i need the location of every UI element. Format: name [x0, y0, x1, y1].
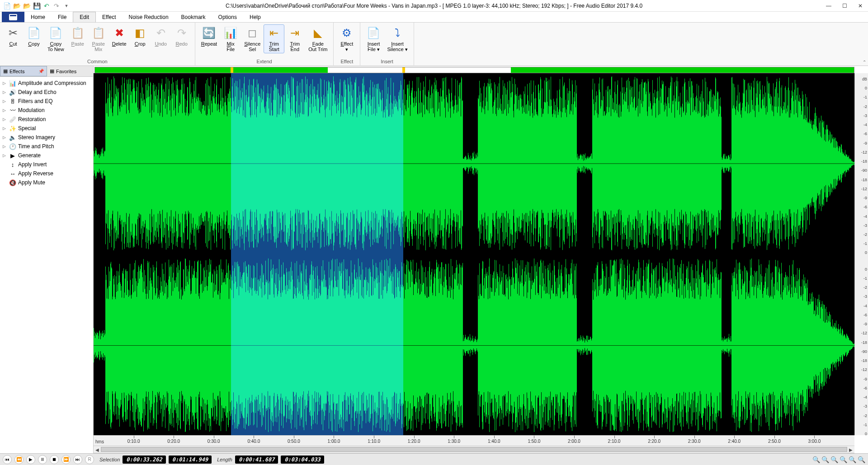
- zoom-in-v-icon[interactable]: 🔍: [848, 456, 856, 464]
- copy-button[interactable]: 📄Copy: [24, 24, 44, 48]
- zoom-out-h-icon[interactable]: 🔍: [821, 456, 829, 464]
- copy-to-new-label: CopyTo New: [47, 41, 64, 52]
- tree-item-restoration[interactable]: ▷🩹Restoration: [0, 115, 93, 124]
- insert-file-button[interactable]: 📄InsertFile ▾: [363, 24, 384, 53]
- zoom-out-v-icon[interactable]: 🔍: [857, 456, 865, 464]
- waveform-channel-left[interactable]: [94, 73, 854, 254]
- trim-start-button[interactable]: ⇤TrimStart: [264, 24, 284, 53]
- tree-item-apply-reverse[interactable]: ↔Apply Reverse: [0, 169, 93, 178]
- file-menu-button[interactable]: [2, 12, 24, 22]
- delete-label: Delete: [112, 41, 127, 47]
- minimize-button[interactable]: —: [826, 3, 831, 9]
- scroll-left-icon[interactable]: ◀: [94, 446, 101, 453]
- qat-new-icon[interactable]: 📄: [3, 2, 11, 10]
- cut-button[interactable]: ✂Cut: [3, 24, 24, 48]
- transport-play-button[interactable]: ▶: [26, 455, 35, 464]
- insert-silence-button[interactable]: ⤵InsertSilence ▾: [384, 24, 410, 53]
- tree-item-time-and-pitch[interactable]: ▷🕐Time and Pitch: [0, 142, 93, 151]
- qat-undo-icon[interactable]: ↶: [42, 2, 51, 10]
- waveform-channel-right[interactable]: [94, 255, 854, 436]
- qat-redo-icon[interactable]: ↷: [52, 2, 61, 10]
- transport-forward-end-button[interactable]: ⏭: [73, 455, 82, 464]
- selection-region[interactable]: [231, 73, 403, 435]
- ribbon: ✂Cut📄Copy📄CopyTo New📋Paste📋PasteMix✖Dele…: [0, 23, 868, 66]
- paste-mix-icon: 📋: [91, 26, 106, 40]
- undo-button: ↶Undo: [151, 24, 171, 48]
- scrollbar-thumb[interactable]: [101, 447, 847, 452]
- delete-button[interactable]: ✖Delete: [109, 24, 130, 48]
- effects-tree[interactable]: ▷📊Amplitude and Compression▷🔊Delay and E…: [0, 77, 93, 453]
- paste-icon: 📋: [71, 26, 85, 40]
- mix-file-button[interactable]: 📊MixFile: [220, 24, 241, 53]
- repeat-button[interactable]: 🔄Repeat: [198, 24, 220, 48]
- tree-item-generate[interactable]: ▷▶Generate: [0, 151, 93, 160]
- transport-forward-button[interactable]: ⏩: [61, 455, 71, 464]
- ribbon-group-extend: Extend: [195, 59, 334, 66]
- zoom-selection-icon[interactable]: 🔍: [839, 456, 847, 464]
- sidebar-tab-effects[interactable]: ▦Effects📌: [0, 66, 47, 76]
- zoom-fit-icon[interactable]: 🔍: [830, 456, 838, 464]
- sidebar-tab-favorites[interactable]: ▦Favorites: [47, 66, 93, 76]
- cut-label: Cut: [9, 41, 17, 47]
- ribbon-collapse-icon[interactable]: ⌃: [863, 60, 866, 65]
- qat-open-icon[interactable]: 📂: [13, 2, 21, 10]
- total-time: 0:03:04.033: [281, 456, 324, 464]
- tree-item-modulation[interactable]: ▷〰Modulation: [0, 106, 93, 115]
- insert-file-label: InsertFile ▾: [368, 41, 380, 52]
- tree-item-filters-and-eq[interactable]: ▷🎚Filters and EQ: [0, 97, 93, 106]
- close-button[interactable]: ✕: [858, 3, 863, 9]
- undo-icon: ↶: [154, 26, 168, 40]
- time-ruler[interactable]: hms 0:10.00:20.00:30.00:40.00:50.01:00.0…: [94, 435, 854, 446]
- menu-bar: HomeFileEditEffectNoise ReductionBookmar…: [0, 12, 868, 23]
- fade-out-trim-button[interactable]: ◣FadeOut Trim: [305, 24, 330, 53]
- transport-record-button[interactable]: R: [85, 455, 94, 464]
- selection-start-time: 0:00:33.262: [123, 456, 165, 464]
- transport-rewind-start-button[interactable]: ⏮: [3, 455, 12, 464]
- tree-item-amplitude-and-compression[interactable]: ▷📊Amplitude and Compression: [0, 79, 93, 88]
- ribbon-group-insert: Insert: [360, 59, 413, 66]
- transport-stop-button[interactable]: ⏹: [50, 455, 59, 464]
- menu-item-bookmark[interactable]: Bookmark: [175, 12, 212, 22]
- qat-dropdown-icon[interactable]: ▼: [62, 2, 71, 10]
- menu-item-home[interactable]: Home: [24, 12, 52, 22]
- tree-item-special[interactable]: ▷✨Special: [0, 124, 93, 133]
- horizontal-scrollbar[interactable]: ◀ ▶: [94, 446, 854, 453]
- db-scale: dB0-1-2-3-4-6-9-12-18-90-18-12-9-6-4-3-2…: [854, 73, 868, 435]
- overview-bar[interactable]: [94, 67, 854, 73]
- silence-sel-button[interactable]: ◻SilenceSel: [241, 24, 264, 53]
- qat-save-icon[interactable]: 💾: [33, 2, 41, 10]
- tree-item-stereo-imagery[interactable]: ▷🔈Stereo Imagery: [0, 133, 93, 142]
- status-bar: ⏮ ⏪ ▶ ⏸ ⏹ ⏩ ⏭ R Selection 0:00:33.262 0:…: [0, 453, 868, 465]
- mix-file-label: MixFile: [226, 41, 235, 52]
- trim-end-button[interactable]: ⇥TrimEnd: [284, 24, 305, 53]
- effects-sidebar: ▦Effects📌▦Favorites ▷📊Amplitude and Comp…: [0, 66, 94, 453]
- tree-item-apply-mute[interactable]: 🔇Apply Mute: [0, 178, 93, 187]
- paste-mix-button: 📋PasteMix: [88, 24, 109, 53]
- svg-rect-1: [10, 15, 16, 16]
- tree-item-apply-invert[interactable]: ↕Apply Invert: [0, 160, 93, 169]
- trim-end-icon: ⇥: [288, 26, 302, 40]
- effect-icon: ⚙: [340, 26, 354, 40]
- fade-out-trim-icon: ◣: [311, 26, 325, 40]
- menu-item-effect[interactable]: Effect: [96, 12, 122, 22]
- transport-rewind-button[interactable]: ⏪: [14, 455, 24, 464]
- effect-button[interactable]: ⚙Effect▾: [336, 24, 357, 53]
- menu-item-options[interactable]: Options: [212, 12, 243, 22]
- paste-button: 📋Paste: [67, 24, 88, 48]
- copy-to-new-icon: 📄: [48, 26, 63, 40]
- tree-item-delay-and-echo[interactable]: ▷🔊Delay and Echo: [0, 88, 93, 97]
- crop-button[interactable]: ◧Crop: [130, 24, 151, 48]
- copy-label: Copy: [28, 41, 40, 47]
- qat-open2-icon[interactable]: 📂: [23, 2, 31, 10]
- trim-start-icon: ⇤: [267, 26, 281, 40]
- maximize-button[interactable]: ☐: [842, 3, 847, 9]
- menu-item-help[interactable]: Help: [243, 12, 267, 22]
- menu-item-edit[interactable]: Edit: [73, 12, 96, 22]
- length-label: Length: [217, 457, 232, 462]
- scroll-right-icon[interactable]: ▶: [847, 446, 854, 453]
- transport-pause-button[interactable]: ⏸: [38, 455, 47, 464]
- copy-to-new-button[interactable]: 📄CopyTo New: [44, 24, 67, 53]
- zoom-in-h-icon[interactable]: 🔍: [812, 456, 820, 464]
- menu-item-file[interactable]: File: [52, 12, 73, 22]
- menu-item-noise-reduction[interactable]: Noise Reduction: [123, 12, 175, 22]
